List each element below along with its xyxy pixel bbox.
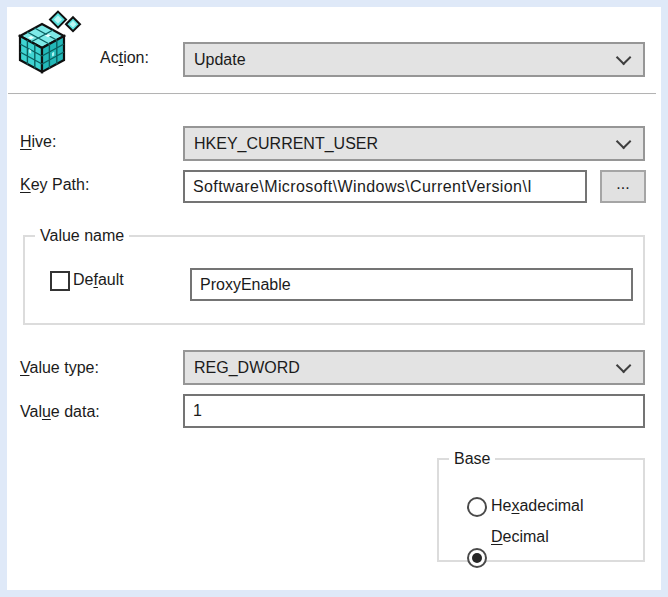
- value-name-groupbox: Value name Default: [23, 235, 645, 325]
- value-data-label: Value data:: [20, 402, 100, 422]
- value-name-group-label: Value name: [35, 226, 129, 246]
- hexadecimal-radio[interactable]: [467, 497, 487, 517]
- hive-label: Hive:: [20, 132, 56, 152]
- decimal-radio[interactable]: [467, 548, 487, 568]
- value-type-selected-value: REG_DWORD: [194, 359, 300, 377]
- default-checkbox-label[interactable]: Default: [73, 270, 124, 290]
- chevron-down-icon: [616, 50, 632, 66]
- value-data-input[interactable]: [183, 394, 645, 428]
- action-select[interactable]: Update: [183, 42, 645, 77]
- chevron-down-icon: [616, 134, 632, 150]
- decimal-radio-label[interactable]: Decimal: [491, 527, 549, 547]
- action-label: Action:: [100, 48, 149, 68]
- hexadecimal-radio-label[interactable]: Hexadecimal: [491, 496, 583, 516]
- key-path-input[interactable]: [183, 170, 587, 203]
- browse-button[interactable]: ...: [600, 170, 646, 203]
- value-type-label: Value type:: [20, 358, 99, 378]
- registry-properties-dialog: Action: Update Hive: HKEY_CURRENT_USER K…: [0, 0, 668, 597]
- value-type-select[interactable]: REG_DWORD: [183, 350, 645, 385]
- registry-icon: [14, 10, 86, 76]
- value-name-input[interactable]: [190, 268, 633, 301]
- base-groupbox: Base Hexadecimal Decimal: [437, 458, 645, 562]
- action-selected-value: Update: [194, 51, 246, 69]
- hive-select[interactable]: HKEY_CURRENT_USER: [183, 126, 645, 161]
- key-path-label: Key Path:: [20, 175, 89, 195]
- hive-selected-value: HKEY_CURRENT_USER: [194, 135, 378, 153]
- chevron-down-icon: [616, 358, 632, 374]
- base-group-label: Base: [449, 449, 495, 469]
- separator: [8, 93, 656, 95]
- default-checkbox[interactable]: [50, 271, 70, 291]
